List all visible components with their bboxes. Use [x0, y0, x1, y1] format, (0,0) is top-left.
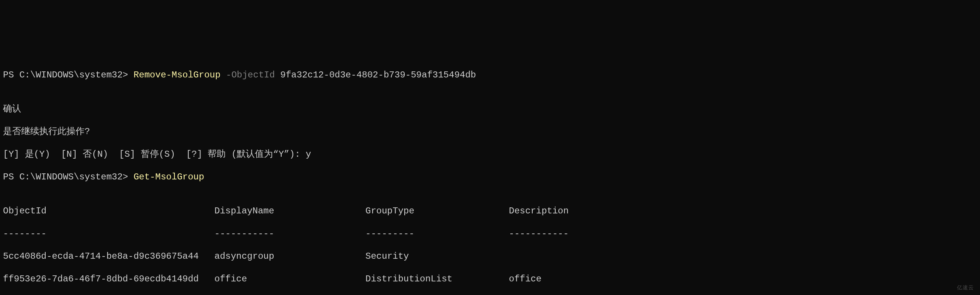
table-divider-row: ---------------------------------------	[3, 228, 977, 239]
table-header-row: ObjectIdDisplayNameGroupTypeDescription	[3, 206, 977, 217]
cell-displayname: adsyncgroup	[215, 251, 366, 262]
cell-grouptype: DistributionList	[366, 273, 509, 285]
cmdlet-remove-msolgroup: Remove-MsolGroup	[134, 70, 221, 80]
cmdlet-get-msolgroup: Get-MsolGroup	[134, 172, 204, 182]
option-suspend: [S] 暂停(S)	[119, 149, 186, 159]
cell-objectid: 5cc4086d-ecda-4714-be8a-d9c369675a44	[3, 251, 215, 262]
command-line-2: PS C:\WINDOWS\system32> Get-MsolGroup	[3, 172, 977, 183]
table-row: 5cc4086d-ecda-4714-be8a-d9c369675a44adsy…	[3, 251, 977, 262]
header-displayname: DisplayName	[215, 206, 366, 217]
param-objectid: -ObjectId	[226, 70, 275, 80]
cell-objectid: ff953e26-7da6-46f7-8dbd-69ecdb4149dd	[3, 273, 215, 285]
divider: ---------	[366, 228, 509, 239]
confirm-question: 是否继续执行此操作?	[3, 126, 977, 137]
table-row: ff953e26-7da6-46f7-8dbd-69ecdb4149ddoffi…	[3, 273, 977, 285]
option-yes: [Y] 是(Y)	[3, 149, 61, 159]
option-no: [N] 否(N)	[61, 149, 119, 159]
confirm-options: [Y] 是(Y) [N] 否(N) [S] 暂停(S) [?] 帮助 (默认值为…	[3, 149, 977, 160]
ps-prompt: PS C:\WINDOWS\system32>	[3, 70, 134, 80]
header-description: Description	[509, 206, 568, 217]
objectid-value: 9fa32c12-0d3e-4802-b739-59af315494db	[280, 70, 476, 80]
user-answer[interactable]: y	[306, 149, 311, 159]
cell-grouptype: Security	[366, 251, 509, 262]
option-help-default: [?] 帮助 (默认值为“Y”):	[186, 149, 306, 159]
cell-description: office	[509, 273, 541, 285]
divider: -----------	[509, 228, 568, 239]
cell-displayname: office	[215, 273, 366, 285]
header-grouptype: GroupType	[366, 206, 509, 217]
divider: --------	[3, 228, 215, 239]
divider: -----------	[215, 228, 366, 239]
powershell-terminal[interactable]: PS C:\WINDOWS\system32> Remove-MsolGroup…	[0, 57, 980, 295]
confirm-title: 确认	[3, 104, 977, 115]
ps-prompt: PS C:\WINDOWS\system32>	[3, 172, 134, 182]
command-line-1: PS C:\WINDOWS\system32> Remove-MsolGroup…	[3, 70, 977, 81]
header-objectid: ObjectId	[3, 206, 215, 217]
